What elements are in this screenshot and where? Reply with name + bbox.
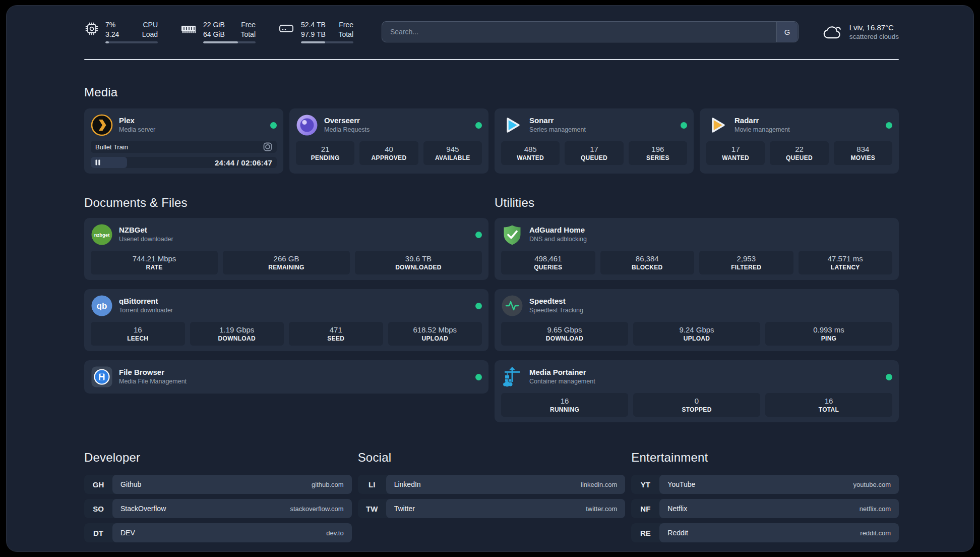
stat-label: DOWNLOADED	[357, 264, 480, 271]
stat-value: 471	[291, 325, 381, 334]
bookmark-reddit[interactable]: RE Reddit reddit.com	[631, 523, 899, 542]
sonarr-icon	[501, 114, 523, 136]
stat-box: 39.6 TB DOWNLOADED	[355, 251, 482, 274]
video-session-icon	[263, 142, 272, 151]
bookmark-stackoverflow[interactable]: SO StackOverflow stackoverflow.com	[84, 499, 352, 518]
service-subtitle: Container management	[529, 378, 595, 386]
pause-icon[interactable]	[95, 159, 100, 165]
ram-free-label: Free	[240, 20, 256, 29]
stat-value: 498,461	[503, 254, 593, 263]
service-name: qBittorrent	[119, 297, 173, 306]
svg-text:nzbget: nzbget	[94, 232, 110, 238]
bookmark-name: Github	[120, 480, 141, 488]
bookmark-url: netflix.com	[860, 505, 891, 513]
status-dot	[475, 122, 482, 129]
bookmark-abbr: GH	[84, 475, 112, 494]
service-name: Radarr	[734, 116, 790, 126]
portainer-card[interactable]: Media Portainer Container management 16 …	[495, 360, 899, 422]
search-bar: G	[382, 21, 799, 42]
adguard-icon	[501, 224, 523, 246]
header-divider	[84, 59, 899, 60]
system-stats: 7% 3.24 CPU Load	[84, 20, 353, 43]
ram-total-value: 64 GiB	[203, 30, 225, 39]
ram-free-value: 22 GiB	[203, 20, 225, 29]
qbittorrent-card[interactable]: qb qBittorrent Torrent downloader 16 LEE…	[84, 289, 488, 351]
bookmark-name: StackOverflow	[120, 505, 166, 513]
cpu-progress-fill	[105, 41, 109, 43]
search-engine-button[interactable]: G	[776, 22, 798, 42]
service-name: Sonarr	[529, 116, 586, 126]
cpu-stat-widget: 7% 3.24 CPU Load	[84, 20, 158, 43]
stat-label: STOPPED	[635, 406, 758, 413]
bookmark-name: YouTube	[667, 480, 695, 488]
cpu-icon	[84, 21, 99, 36]
plex-card[interactable]: Plex Media server Bullet Train 24	[84, 108, 283, 174]
stat-value: 21	[298, 145, 352, 153]
stat-label: AVAILABLE	[425, 154, 480, 161]
stat-value: 16	[767, 397, 890, 405]
bookmark-name: LinkedIn	[394, 480, 421, 488]
adguard-card[interactable]: AdGuard Home DNS and adblocking 498,461 …	[495, 218, 899, 280]
bookmark-url: github.com	[312, 481, 344, 488]
bookmark-github[interactable]: GH Github github.com	[84, 475, 352, 494]
bookmark-url: stackoverflow.com	[290, 505, 343, 513]
disk-progress-fill	[301, 41, 325, 43]
now-playing-bar: Bullet Train	[91, 141, 277, 153]
section-title-entertainment: Entertainment	[631, 451, 899, 465]
speedtest-card[interactable]: Speedtest Speedtest Tracking 9.65 Gbps D…	[495, 289, 899, 351]
weather-condition: scattered clouds	[849, 33, 899, 40]
bookmark-linkedin[interactable]: LI LinkedIn linkedin.com	[358, 475, 626, 494]
stat-value: 744.21 Mbps	[93, 254, 216, 263]
stat-value: 0	[635, 397, 758, 405]
service-subtitle: Series management	[529, 126, 586, 134]
stat-label: SERIES	[631, 154, 685, 161]
playback-progress-fill	[91, 157, 127, 168]
status-dot	[475, 374, 482, 380]
bookmark-dev[interactable]: DT DEV dev.to	[84, 523, 352, 542]
bookmark-url: reddit.com	[860, 529, 891, 537]
playback-time: 24:44 / 02:06:47	[215, 157, 272, 168]
radarr-card[interactable]: Radarr Movie management 17 WANTED 22 QUE…	[700, 108, 899, 174]
speedtest-icon	[501, 295, 523, 317]
topbar: 7% 3.24 CPU Load	[84, 20, 899, 44]
now-playing-title: Bullet Train	[95, 143, 263, 151]
stat-box: 485 WANTED	[501, 141, 560, 165]
playback-progress-bar: 24:44 / 02:06:47	[91, 157, 277, 168]
stat-value: 40	[361, 145, 416, 153]
nzbget-icon: nzbget	[91, 224, 113, 246]
service-name: File Browser	[119, 368, 187, 377]
overseerr-card[interactable]: Overseerr Media Requests 21 PENDING 40 A…	[289, 108, 488, 174]
stat-box: 945 AVAILABLE	[423, 141, 482, 165]
cpu-load-label: Load	[142, 30, 158, 39]
status-dot	[475, 232, 482, 238]
stat-label: DOWNLOAD	[192, 335, 282, 342]
service-subtitle: Speedtest Tracking	[529, 307, 583, 315]
bookmark-abbr: YT	[631, 475, 659, 494]
filebrowser-card[interactable]: File Browser Media File Management	[84, 360, 488, 394]
stat-label: RATE	[93, 264, 216, 271]
service-subtitle: Media server	[119, 126, 155, 134]
stat-value: 618.52 Mbps	[390, 325, 480, 334]
stat-value: 22	[772, 145, 826, 153]
portainer-icon	[501, 366, 523, 388]
service-name: Plex	[119, 116, 155, 126]
search-input[interactable]	[382, 21, 799, 42]
bookmark-netflix[interactable]: NF Netflix netflix.com	[631, 499, 899, 518]
stat-box: 1.19 Gbps DOWNLOAD	[190, 322, 284, 346]
status-dot	[681, 122, 687, 129]
bookmark-twitter[interactable]: TW Twitter twitter.com	[358, 499, 626, 518]
disk-free-value: 52.4 TB	[301, 20, 326, 29]
service-subtitle: Movie management	[734, 126, 790, 134]
bookmark-youtube[interactable]: YT YouTube youtube.com	[631, 475, 899, 494]
service-name: Overseerr	[324, 116, 370, 126]
stat-value: 9.24 Gbps	[635, 325, 758, 334]
bookmark-name: Reddit	[667, 529, 688, 537]
stat-label: UPLOAD	[635, 335, 758, 342]
cloud-icon	[822, 23, 843, 40]
memory-stat-widget: 22 GiB 64 GiB Free Total	[180, 20, 256, 43]
sonarr-card[interactable]: Sonarr Series management 485 WANTED 17 Q…	[495, 108, 694, 174]
nzbget-card[interactable]: nzbget NZBGet Usenet downloader 744.21 M…	[84, 218, 488, 280]
stat-label: QUEUED	[567, 154, 621, 161]
bookmark-name: DEV	[120, 529, 135, 537]
stat-box: 266 GB REMAINING	[223, 251, 350, 274]
